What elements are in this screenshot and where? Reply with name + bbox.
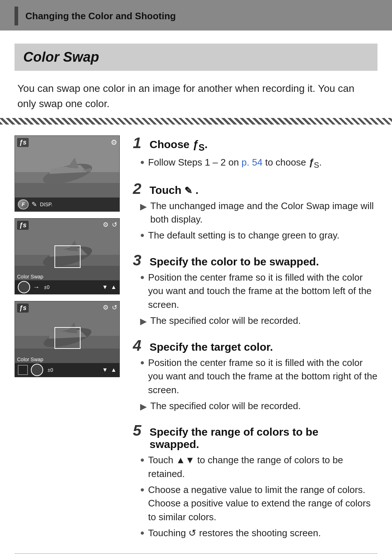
content-area: ƒs ⚙ F ✎ DISP.	[0, 135, 392, 540]
cam-bottom-1: F ✎ DISP.	[15, 197, 119, 211]
step-4-bullet-2-text: The specified color will be recorded.	[150, 399, 301, 413]
bullet-circle-icon-4-1: ●	[140, 357, 144, 368]
section-title: Color Swap	[23, 49, 369, 65]
chapter-title: Changing the Color and Shooting	[25, 11, 176, 22]
stripe-divider	[0, 118, 392, 125]
step-3-bullet-1: ● Position the center frame so it is fil…	[140, 271, 377, 312]
cam-nav-down-2: ▼	[102, 284, 108, 290]
cam-back-2: ↺	[112, 221, 117, 229]
bullet-circle-icon: ●	[140, 157, 144, 167]
step-4-bullet-1-text: Position the center frame so it is fille…	[148, 356, 377, 397]
bullet-circle-icon-2-2: ●	[140, 230, 144, 240]
cam-circle-btn-3	[31, 364, 43, 376]
step-1-bullet-1: ● Follow Steps 1 – 2 on p. 54 to choose …	[140, 156, 377, 171]
step-2-bullet-1: ▶ The unchanged image and the Color Swap…	[140, 199, 377, 227]
step-5-bullet-1-text: Touch ▲▼ to change the range of colors t…	[148, 453, 377, 481]
camera-screen-1: ƒs ⚙ F ✎ DISP.	[15, 136, 119, 211]
step-2-bullet-1-text: The unchanged image and the Color Swap i…	[150, 199, 377, 227]
cam-fs-label-1: ƒs	[17, 138, 29, 147]
step-3-heading: 3 Specify the color to be swapped.	[133, 253, 377, 268]
images-column: ƒs ⚙ F ✎ DISP.	[15, 135, 120, 540]
step-5-bullet-1: ● Touch ▲▼ to change the range of colors…	[140, 453, 377, 481]
camera-overlay-3: ƒs ↺ ⚙ Color Swap ±0 ▼ ▲	[15, 301, 119, 377]
step-5-heading: 5 Specify the range of colors to be swap…	[133, 423, 377, 451]
bullet-circle-icon-5-2: ●	[140, 484, 144, 495]
step-4-title: Specify the target color.	[150, 341, 273, 353]
step-1-bullets: ● Follow Steps 1 – 2 on p. 54 to choose …	[133, 156, 377, 171]
step-4-bullets: ● Position the center frame so it is fil…	[133, 356, 377, 413]
step-3-bullet-2: ▶ The specified color will be recorded.	[140, 314, 377, 328]
cam-colorswap-label-3: Color Swap	[17, 357, 43, 362]
cam-fs-label-3: ƒs	[17, 304, 29, 313]
cam-settings-2: ⚙	[103, 221, 109, 229]
section-title-box: Color Swap	[15, 44, 377, 71]
cam-colorswap-label-2: Color Swap	[17, 274, 43, 280]
step-2-heading: 2 Touch ✎ .	[133, 181, 377, 196]
step-5: 5 Specify the range of colors to be swap…	[133, 423, 377, 540]
step-1-title: Choose ƒS.	[150, 138, 208, 153]
step-5-bullet-3: ● Touching ↺ restores the shooting scree…	[140, 526, 377, 540]
step-3-bullet-2-text: The specified color will be recorded.	[150, 314, 301, 328]
camera-overlay-1: ƒs ⚙ F ✎ DISP.	[15, 136, 119, 211]
step-4-bullet-1: ● Position the center frame so it is fil…	[140, 356, 377, 397]
cam-bottom-2: → ±0 ▼ ▲	[15, 280, 119, 294]
step-1-number: 1	[133, 135, 146, 151]
cam-fs-label-2: ƒs	[17, 221, 29, 230]
intro-text: You can swap one color in an image for a…	[0, 81, 392, 111]
cam-disp-label: DISP.	[40, 201, 53, 207]
steps-column: 1 Choose ƒS. ● Follow Steps 1 – 2 on p. …	[133, 135, 377, 540]
step-2-bullet-2-text: The default setting is to change green t…	[148, 229, 339, 243]
step-4-number: 4	[133, 338, 146, 353]
cam-nav-up-3: ▲	[111, 367, 117, 373]
cam-arrow-right-2: →	[33, 284, 40, 291]
step-3-bullet-1-text: Position the center frame so it is fille…	[148, 271, 377, 312]
cam-settings-1: ⚙	[111, 138, 117, 147]
step-2-title: Touch ✎ .	[150, 184, 199, 196]
step-1-bullet-1-text: Follow Steps 1 – 2 on p. 54 to choose ƒS…	[148, 156, 322, 171]
bullet-arrow-icon-2-1: ▶	[140, 200, 147, 213]
bullet-arrow-icon-3-2: ▶	[140, 315, 147, 328]
cam-nav-down-3: ▼	[102, 367, 108, 373]
step-5-bullet-2-text: Choose a negative value to limit the ran…	[148, 483, 377, 524]
chapter-bar-accent	[15, 7, 18, 25]
step-5-bullet-3-text: Touching ↺ restores the shooting screen.	[148, 526, 321, 540]
step-3-title: Specify the color to be swapped.	[150, 256, 319, 268]
camera-screen-3: ƒs ↺ ⚙ Color Swap ±0 ▼ ▲	[15, 301, 119, 377]
camera-overlay-2: ƒs ↺ ⚙ Color Swap → ±0 ▼ ▲	[15, 219, 119, 294]
camera-image-3: ƒs ↺ ⚙ Color Swap ±0 ▼ ▲	[15, 301, 120, 377]
cam-pencil-1: ✎	[32, 200, 37, 208]
cam-settings-3: ⚙	[103, 304, 109, 311]
bullet-circle-icon-5-1: ●	[140, 455, 144, 465]
step-5-bullets: ● Touch ▲▼ to change the range of colors…	[133, 453, 377, 540]
step-5-title: Specify the range of colors to be swappe…	[150, 426, 318, 451]
step-3-bullets: ● Position the center frame so it is fil…	[133, 271, 377, 328]
cam-plusminus-3: ±0	[48, 367, 53, 373]
cam-bottom-3: ±0 ▼ ▲	[15, 363, 119, 377]
step-1-link[interactable]: p. 54	[241, 157, 262, 168]
step-3-number: 3	[133, 253, 146, 268]
step-5-number: 5	[133, 423, 146, 438]
chapter-header: Changing the Color and Shooting	[0, 0, 392, 30]
cam-nav-up-2: ▲	[111, 284, 117, 290]
step-4: 4 Specify the target color. ● Position t…	[133, 338, 377, 413]
step-2-bullets: ▶ The unchanged image and the Color Swap…	[133, 199, 377, 243]
camera-screen-2: ƒs ↺ ⚙ Color Swap → ±0 ▼ ▲	[15, 219, 119, 294]
camera-image-2: ƒs ↺ ⚙ Color Swap → ±0 ▼ ▲	[15, 218, 120, 294]
bullet-circle-icon-3-1: ●	[140, 272, 144, 282]
bullet-arrow-icon-4-2: ▶	[140, 400, 147, 413]
step-1: 1 Choose ƒS. ● Follow Steps 1 – 2 on p. …	[133, 135, 377, 171]
step-2-bullet-2: ● The default setting is to change green…	[140, 229, 377, 243]
page-container: Changing the Color and Shooting Color Sw…	[0, 0, 392, 554]
step-3: 3 Specify the color to be swapped. ● Pos…	[133, 253, 377, 328]
step-4-bullet-2: ▶ The specified color will be recorded.	[140, 399, 377, 413]
bullet-circle-icon-5-3: ●	[140, 527, 144, 538]
cam-square-icon-3	[18, 365, 28, 375]
step-2-number: 2	[133, 181, 146, 196]
cam-circle-btn-2	[18, 281, 30, 293]
pencil-symbol: ✎	[184, 185, 192, 196]
cam-back-3: ↺	[112, 304, 117, 311]
cam-func-btn-1: F	[18, 199, 29, 209]
step-4-heading: 4 Specify the target color.	[133, 338, 377, 353]
step-5-bullet-2: ● Choose a negative value to limit the r…	[140, 483, 377, 524]
cam-plusminus-2: ±0	[44, 284, 49, 290]
